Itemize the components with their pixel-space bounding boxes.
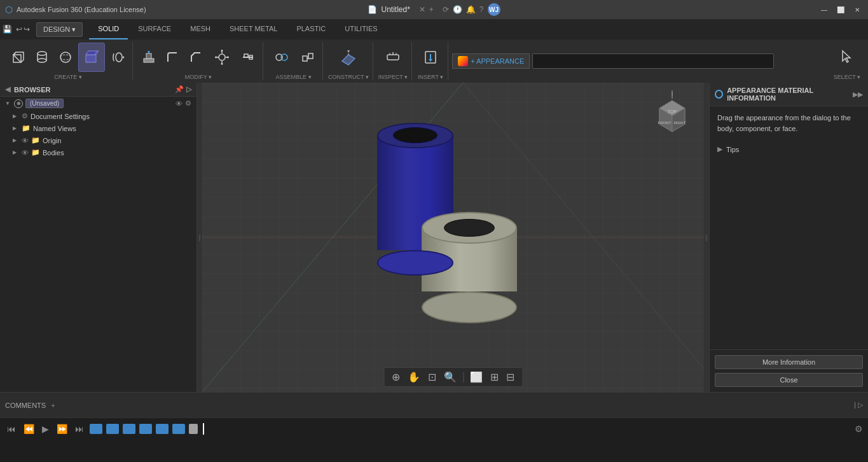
design-button[interactable]: DESIGN ▾	[36, 22, 83, 37]
construct-plane-btn[interactable]	[335, 43, 362, 72]
tips-row[interactable]: ▶ Tips	[710, 140, 868, 158]
more-info-button[interactable]: More Information	[715, 355, 863, 369]
info-panel-footer: More Information Close	[710, 349, 868, 392]
info-panel: APPEARANCE MATERIAL INFORMATION ▶▶ Drag …	[709, 83, 868, 392]
redo-btn[interactable]: ↪	[24, 25, 30, 34]
tl-next[interactable]: ⏩	[55, 423, 69, 435]
create-revolve-btn[interactable]	[107, 45, 128, 69]
display-mode-btn[interactable]: ⬜	[467, 370, 485, 384]
browser-item-root[interactable]: ▼ ⊕ (Unsaved) 👁 ⚙	[0, 97, 196, 110]
named-views-arrow: ▶	[13, 125, 19, 131]
grid-btn[interactable]: ⊞	[488, 370, 501, 384]
refresh-icon[interactable]: ⟳	[443, 5, 449, 14]
root-settings-icon[interactable]: ⚙	[185, 99, 191, 108]
tab-plastic[interactable]: PLASTIC	[287, 19, 334, 39]
create-box-btn[interactable]	[8, 45, 29, 69]
title-bar-center: 📄 Untitled* ✕ + ⟳ 🕐 🔔 ? WJ	[368, 3, 500, 16]
info-panel-collapse-handle[interactable]: |	[704, 83, 709, 392]
tl-settings-btn[interactable]: ⚙	[855, 424, 863, 434]
visual-settings-btn[interactable]: ⊟	[504, 370, 517, 384]
info-panel-description: Drag the appearance from the dialog to t…	[717, 114, 851, 132]
user-avatar[interactable]: WJ	[488, 3, 500, 16]
appearance-search-input[interactable]	[532, 53, 774, 69]
tl-play[interactable]: ▶	[40, 423, 51, 435]
pan-btn[interactable]: ✋	[405, 370, 423, 384]
origin-label: Origin	[43, 137, 61, 144]
tl-block-5[interactable]	[156, 424, 169, 434]
modify-press-pull-btn[interactable]	[138, 45, 160, 69]
tab-solid[interactable]: SOLID	[89, 19, 128, 39]
browser-item-named-views[interactable]: ▶ 📁 Named Views	[0, 122, 196, 134]
create-sphere-btn[interactable]	[55, 45, 76, 69]
svg-point-12	[116, 53, 122, 62]
bodies-visibility-icon[interactable]: 👁	[22, 149, 29, 157]
tl-block-6[interactable]	[172, 424, 185, 434]
tl-block-4[interactable]	[139, 424, 152, 434]
history-icon[interactable]: 🕐	[453, 5, 462, 14]
insert-btn[interactable]	[417, 43, 444, 72]
assemble-joint-btn[interactable]	[268, 43, 295, 72]
create-cylinder-btn[interactable]	[31, 45, 53, 69]
help-icon[interactable]: ?	[479, 5, 484, 14]
construct-label: CONSTRUCT ▾	[328, 74, 369, 80]
root-visibility-icon[interactable]: 👁	[176, 100, 183, 108]
close-btn[interactable]: ✕	[851, 4, 863, 15]
modify-fillet-btn[interactable]	[162, 45, 183, 69]
doc-settings-arrow: ▶	[13, 113, 19, 119]
tl-block-3[interactable]	[123, 424, 135, 434]
tl-block-2[interactable]	[106, 424, 119, 434]
browser-pin-btn[interactable]: 📌	[175, 85, 184, 94]
maximize-btn[interactable]: ⬜	[835, 4, 846, 15]
inspect-measure-btn[interactable]	[380, 43, 406, 72]
browser-item-doc-settings[interactable]: ▶ ⚙ Document Settings	[0, 110, 196, 122]
close-tab-icon[interactable]: ✕	[419, 5, 425, 14]
appearance-icon	[458, 56, 468, 66]
minimize-btn[interactable]: —	[818, 4, 830, 15]
viewport[interactable]: TOP FRONT RIGHT ↑ ⊕ ✋ ⊡ 🔍 ⬜ ⊞ ⊟	[202, 83, 704, 392]
bodies-arrow: ▶	[13, 150, 19, 155]
browser-item-bodies[interactable]: ▶ 👁 📁 Bodies	[0, 146, 196, 158]
comments-collapse-btn[interactable]: | ▷	[854, 401, 863, 409]
browser-collapse-handle[interactable]: |	[197, 83, 202, 392]
info-panel-expand-icon[interactable]: ▶▶	[853, 90, 863, 99]
browser-item-origin[interactable]: ▶ 👁 📁 Origin	[0, 134, 196, 146]
create-extrude-btn[interactable]	[78, 43, 105, 72]
browser-collapse-left[interactable]: ◀	[5, 85, 10, 94]
svg-point-8	[60, 55, 71, 60]
modify-label: MODIFY ▾	[185, 74, 212, 80]
modify-move-btn[interactable]	[209, 43, 235, 72]
viewcube[interactable]: TOP FRONT RIGHT ↑	[647, 89, 698, 140]
modify-align-btn[interactable]	[237, 45, 259, 69]
select-btn[interactable]	[834, 43, 860, 72]
tl-prev[interactable]: ⏪	[22, 423, 36, 435]
svg-rect-9	[86, 55, 96, 62]
notification-icon[interactable]: 🔔	[466, 5, 476, 14]
zoom-btn[interactable]: 🔍	[441, 370, 459, 384]
zoom-fit-btn[interactable]: ⊡	[425, 370, 439, 384]
svg-marker-21	[221, 62, 223, 64]
document-icon: 📄	[368, 5, 377, 14]
orbit-btn[interactable]: ⊕	[389, 370, 403, 384]
tab-surface[interactable]: SURFACE	[129, 19, 180, 39]
undo-btn[interactable]: ↩	[16, 25, 22, 34]
appearance-button[interactable]: + APPEARANCE	[452, 53, 530, 69]
tl-block-1[interactable]	[90, 424, 102, 434]
tl-block-current[interactable]	[189, 424, 198, 434]
tab-utilities[interactable]: UTILITIES	[336, 19, 386, 39]
close-panel-button[interactable]: Close	[715, 373, 863, 387]
modify-chamfer-btn[interactable]	[185, 45, 207, 69]
browser-collapse-right[interactable]: ▷	[186, 85, 191, 94]
origin-visibility-icon[interactable]: 👁	[22, 137, 29, 144]
svg-rect-27	[244, 54, 248, 57]
tl-goto-start[interactable]: ⏮	[5, 423, 18, 435]
comments-add-btn[interactable]: +	[51, 402, 55, 409]
tl-goto-end[interactable]: ⏭	[73, 423, 86, 435]
browser-header: ◀ BROWSER 📌 ▷	[0, 83, 196, 97]
ribbon-select-group: SELECT ▾	[830, 42, 864, 80]
tips-arrow: ▶	[717, 145, 722, 153]
tab-mesh[interactable]: MESH	[181, 19, 219, 39]
assemble-as-built-btn[interactable]	[297, 45, 319, 69]
new-tab-icon[interactable]: +	[429, 5, 434, 14]
save-btn[interactable]: 💾	[3, 25, 12, 34]
tab-sheet-metal[interactable]: SHEET METAL	[221, 19, 286, 39]
